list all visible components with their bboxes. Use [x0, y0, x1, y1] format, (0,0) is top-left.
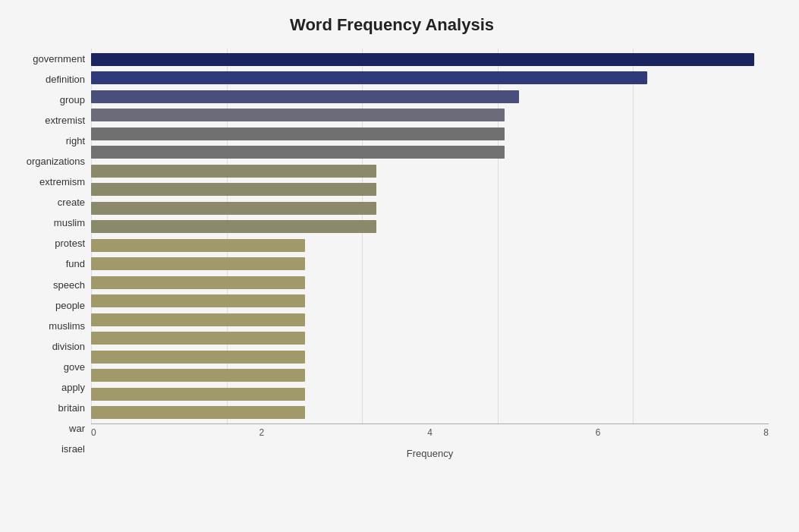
- y-label: definition: [46, 74, 85, 84]
- y-label: extremist: [45, 115, 85, 125]
- bar-row: [91, 162, 769, 181]
- y-label: extremism: [39, 177, 85, 187]
- y-label: protest: [55, 238, 85, 248]
- bar: [91, 257, 305, 270]
- y-label: organizations: [27, 156, 85, 166]
- bar-row: [91, 273, 769, 292]
- bar-row: [91, 143, 769, 162]
- bars-inner: [91, 49, 769, 423]
- bar-row: [91, 329, 769, 348]
- y-label: government: [33, 54, 85, 64]
- y-label: fund: [66, 259, 85, 269]
- bar: [91, 109, 505, 121]
- x-tick: 0: [91, 427, 96, 438]
- bar-row: [91, 87, 769, 106]
- bar-row: [91, 348, 769, 367]
- bar: [91, 127, 505, 140]
- y-label: division: [52, 342, 85, 351]
- y-label: britain: [58, 403, 85, 413]
- bar: [91, 388, 305, 401]
- x-axis: 02468: [91, 423, 769, 446]
- bar-row: [91, 292, 769, 311]
- bar: [91, 332, 305, 345]
- bar: [91, 276, 305, 289]
- bar: [91, 71, 647, 84]
- y-label: israel: [61, 444, 85, 454]
- chart-container: Word Frequency Analysis governmentdefini…: [0, 0, 799, 532]
- bar: [91, 406, 305, 419]
- bar-row: [91, 181, 769, 200]
- bar-row: [91, 69, 769, 88]
- x-tick: 4: [427, 427, 433, 438]
- bar: [91, 165, 376, 178]
- bar: [91, 183, 376, 196]
- bar-row: [91, 236, 769, 255]
- y-axis-labels: governmentdefinitiongroupextremistrighto…: [15, 49, 91, 459]
- y-label: war: [69, 423, 85, 433]
- x-tick: 6: [596, 427, 601, 438]
- bar-row: [91, 50, 769, 69]
- bar: [91, 369, 305, 382]
- bar: [91, 220, 376, 233]
- x-tick: 8: [763, 427, 769, 438]
- bar: [91, 239, 305, 252]
- bar: [91, 53, 754, 66]
- y-label: apply: [61, 382, 85, 392]
- bar: [91, 351, 305, 364]
- y-label: speech: [53, 280, 85, 290]
- bar-row: [91, 385, 769, 404]
- bars-area: [91, 49, 769, 423]
- x-axis-label: Frequency: [91, 448, 769, 459]
- x-tick: 2: [260, 427, 265, 438]
- y-label: people: [55, 301, 85, 310]
- bar-row: [91, 199, 769, 218]
- bar: [91, 313, 305, 326]
- bars-and-x: 02468 Frequency: [91, 49, 769, 459]
- y-label: group: [60, 95, 85, 105]
- bar-row: [91, 124, 769, 143]
- bar: [91, 146, 505, 159]
- y-label: muslims: [49, 321, 85, 331]
- bar-row: [91, 367, 769, 386]
- bar-row: [91, 106, 769, 125]
- y-label: create: [58, 197, 85, 207]
- chart-area: governmentdefinitiongroupextremistrighto…: [15, 49, 769, 459]
- chart-title: Word Frequency Analysis: [15, 15, 769, 35]
- y-label: gove: [64, 362, 85, 372]
- x-ticks: 02468: [91, 424, 769, 438]
- bar-row: [91, 218, 769, 237]
- bar: [91, 202, 376, 215]
- bar: [91, 294, 305, 307]
- bar-row: [91, 255, 769, 274]
- bar-row: [91, 310, 769, 329]
- y-label: muslim: [54, 218, 85, 228]
- bar-row: [91, 404, 769, 423]
- y-label: right: [66, 136, 85, 146]
- bar: [91, 90, 519, 103]
